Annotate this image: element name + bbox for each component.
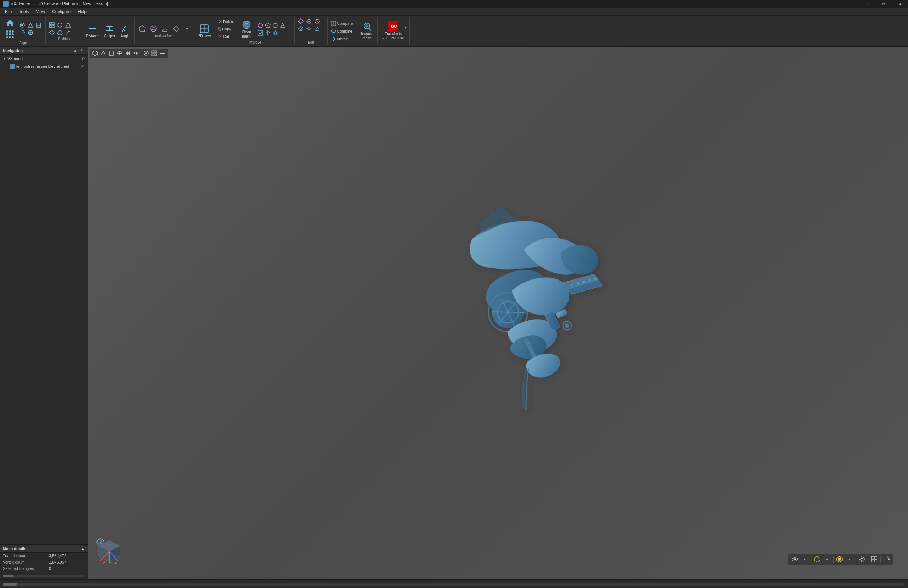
vp-triangle-btn[interactable] xyxy=(99,49,107,57)
br-mesh-btn[interactable] xyxy=(813,555,822,564)
edit-btn3[interactable] xyxy=(313,18,321,25)
transfer-btn[interactable]: SW Transfer toSOLIDWORKS xyxy=(380,21,407,41)
home-btn[interactable] xyxy=(3,18,17,29)
surf-btn4[interactable] xyxy=(171,24,182,33)
ent-btn2[interactable] xyxy=(56,22,64,29)
svg-point-79 xyxy=(145,53,147,54)
close-btn[interactable]: ✕ xyxy=(892,0,908,8)
menu-configure[interactable]: Configure xyxy=(48,8,74,16)
ent-btn5[interactable] xyxy=(56,29,64,36)
vxmodel-eye[interactable]: 👁 xyxy=(81,56,85,61)
window-controls[interactable]: ─ □ ✕ xyxy=(859,0,908,8)
copy-btn[interactable]: ⎘ Copy xyxy=(217,26,235,33)
footrest-eye[interactable]: 👁 xyxy=(81,64,85,68)
align-sub4-btn[interactable] xyxy=(18,29,26,36)
svg-point-4 xyxy=(9,33,11,35)
vp-mesh-btn[interactable] xyxy=(91,49,99,57)
svg-marker-24 xyxy=(49,30,54,35)
edit-btn5[interactable] xyxy=(305,25,313,32)
surf-dropdown[interactable] xyxy=(182,24,192,33)
menu-file[interactable]: File xyxy=(2,8,15,16)
br-color-btn[interactable] xyxy=(835,555,844,564)
align-sub5-btn[interactable] xyxy=(27,29,34,36)
svg-marker-120 xyxy=(826,559,829,561)
svg-point-54 xyxy=(308,21,310,22)
merge-label: Merge xyxy=(337,37,348,41)
ent-btn3[interactable] xyxy=(64,22,72,29)
svg-point-58 xyxy=(300,27,302,30)
br-rotate-btn[interactable] xyxy=(882,555,891,564)
menu-help[interactable]: Help xyxy=(74,8,90,16)
imp-sub2[interactable] xyxy=(264,22,271,29)
menu-view[interactable]: View xyxy=(32,8,48,16)
br-eye-btn[interactable] xyxy=(790,555,800,564)
br-frame-btn[interactable] xyxy=(870,555,879,564)
inspect-mesh-btn[interactable]: Inspectmesh xyxy=(360,21,374,41)
angle-icon xyxy=(120,24,130,34)
clean-mesh-label: Cleanmesh xyxy=(242,30,251,39)
svg-marker-119 xyxy=(815,556,820,562)
imp-sub5[interactable] xyxy=(257,29,264,37)
ent-btn4[interactable] xyxy=(48,29,56,36)
br-color-dropdown-btn[interactable] xyxy=(845,555,854,564)
footrest-icon xyxy=(10,64,15,69)
vp-next-btn[interactable] xyxy=(132,49,140,57)
vp-prev-btn[interactable] xyxy=(124,49,132,57)
align-sub3-btn[interactable] xyxy=(35,22,43,29)
2d-view-btn[interactable]: 2D view xyxy=(197,23,213,39)
menu-tools[interactable]: Tools xyxy=(15,8,32,16)
cut-btn[interactable]: ✂ Cut xyxy=(217,33,235,40)
edit-btn4[interactable] xyxy=(297,25,305,32)
edit-btn1[interactable] xyxy=(297,18,305,25)
viewport-toolbar xyxy=(89,48,168,58)
nav-eye-btn[interactable]: 👁 xyxy=(79,48,85,53)
vp-circle-btn[interactable] xyxy=(142,49,150,57)
vp-arrow-btn[interactable] xyxy=(116,49,124,57)
bottom-scrollbar[interactable] xyxy=(3,583,905,585)
svg-point-125 xyxy=(860,557,865,562)
angle-btn[interactable]: Angle xyxy=(118,23,132,39)
transfer-dropdown-btn[interactable] xyxy=(403,25,409,30)
merge-btn[interactable]: Merge xyxy=(330,35,354,43)
edit-btn6[interactable] xyxy=(313,25,321,32)
clean-mesh-btn[interactable]: Cleanmesh xyxy=(238,19,255,39)
mesh-details-collapse-btn[interactable]: ▲ xyxy=(81,546,85,551)
vp-grid-btn[interactable] xyxy=(150,49,158,57)
ent-btn1[interactable] xyxy=(48,22,56,29)
grid-align-btn[interactable] xyxy=(3,29,17,40)
br-dropdown-btn[interactable] xyxy=(800,555,810,564)
svg-rect-80 xyxy=(152,51,154,53)
viewport[interactable]: X Y Z xyxy=(88,47,908,580)
footrest-node[interactable]: left footrest assembled aligned 👁 xyxy=(0,63,88,70)
surf-btn2[interactable] xyxy=(148,24,159,33)
imp-sub1[interactable] xyxy=(257,22,264,29)
br-mesh-dropdown-btn[interactable] xyxy=(823,555,832,564)
ent-btn6[interactable] xyxy=(64,29,72,36)
align-sub2-btn[interactable] xyxy=(27,22,34,29)
nav-title: Navigation xyxy=(3,48,23,53)
imp-sub6[interactable] xyxy=(264,29,271,37)
delete-btn[interactable]: ✕ Delete xyxy=(217,18,235,25)
vxmodel-node[interactable]: ▼ VXmodel 👁 xyxy=(0,55,88,63)
surf-btn3[interactable] xyxy=(159,24,170,33)
distance-btn[interactable]: Distance xyxy=(84,23,101,39)
compare-btn[interactable]: Compare xyxy=(330,20,354,27)
align-sub1-btn[interactable] xyxy=(18,22,26,29)
minimize-btn[interactable]: ─ xyxy=(859,0,875,8)
edit-btn2[interactable] xyxy=(305,18,313,25)
svg-point-1 xyxy=(9,31,11,33)
combine-btn[interactable]: Combine xyxy=(330,27,354,35)
nav-expand-btn[interactable]: ▲ xyxy=(72,48,78,53)
svg-point-22 xyxy=(58,23,62,27)
maximize-btn[interactable]: □ xyxy=(875,0,892,8)
imp-sub7[interactable] xyxy=(272,29,279,37)
svg-marker-35 xyxy=(139,26,145,32)
vp-minus-btn[interactable] xyxy=(159,49,166,57)
caliper-btn[interactable]: Caliper xyxy=(103,23,117,39)
model-container xyxy=(408,207,621,420)
br-settings-btn[interactable] xyxy=(857,555,866,564)
imp-sub4[interactable] xyxy=(279,22,286,29)
vp-square-btn[interactable] xyxy=(108,49,115,57)
surf-btn1[interactable] xyxy=(137,24,148,33)
imp-sub3[interactable] xyxy=(272,22,279,29)
